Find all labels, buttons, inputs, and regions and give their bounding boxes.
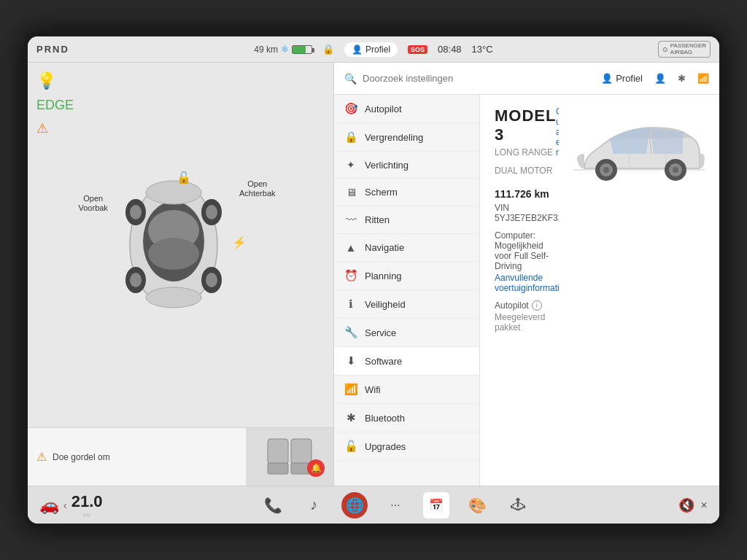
menu-item-bluetooth[interactable]: ✱ Bluetooth [334, 404, 479, 432]
profile-right-label[interactable]: 👤 Profiel [601, 73, 643, 84]
menu-item-scherm[interactable]: 🖥 Scherm [334, 179, 479, 206]
menu-item-veiligheid[interactable]: ℹ Veiligheid [334, 290, 479, 319]
airbag-icon: ⊙ [662, 46, 668, 53]
search-icon: 🔍 [344, 73, 357, 85]
battery-bar [292, 45, 312, 54]
temperature-display: 13°C [472, 44, 493, 55]
seatbelt-warning: ⚠ Doe gordel om [28, 428, 246, 486]
search-bar: 🔍 👤 Profiel 👤 ✱ 📶 [334, 63, 719, 95]
svg-point-13 [206, 273, 217, 287]
phone-icon[interactable]: 📞 [260, 492, 286, 518]
scherm-icon: 🖥 [344, 186, 357, 198]
menu-item-vergrendeling-label: Vergrendeling [365, 132, 469, 143]
content-row: 🎯 Autopilot 🔒 Vergrendeling ✦ Verlichtin… [334, 95, 719, 486]
car-svg-area: Open Voorbak Open Achterbak 🔓 ⚡ [71, 150, 290, 340]
vehicle-info-link[interactable]: Aanvullende voertuiginformatie [495, 273, 559, 293]
menu-item-verlichting[interactable]: ✦ Verlichting [334, 152, 479, 179]
menu-item-bluetooth-label: Bluetooth [365, 413, 469, 424]
software-icon: ⬇ [344, 354, 357, 368]
menu-item-veiligheid-label: Veiligheid [365, 299, 469, 310]
menu-item-autopilot-label: Autopilot [365, 104, 469, 114]
right-panel: 🔍 👤 Profiel 👤 ✱ 📶 [334, 63, 719, 486]
menu-item-upgrades[interactable]: 🔓 Upgrades [334, 432, 479, 461]
top-bar-left: PRND [36, 44, 124, 55]
menu-item-ritten-label: Ritten [365, 214, 469, 225]
menu-item-autopilot[interactable]: 🎯 Autopilot [334, 95, 479, 123]
planning-icon: ⏰ [344, 269, 357, 282]
autopilot-label: Autopilot [495, 300, 529, 311]
open-achterbak-label: Open Achterbak [239, 179, 276, 198]
bluetooth-icon: ✱ [344, 411, 357, 424]
menu-item-verlichting-label: Verlichting [365, 160, 469, 171]
seatbelt-alert-icon: 🔔 [307, 459, 325, 477]
menu-item-ritten[interactable]: 〰 Ritten [334, 206, 479, 234]
taskbar-left: 🚗 ‹ 21.0 ○○ [39, 492, 142, 518]
calendar-icon[interactable]: 📅 [423, 492, 449, 518]
autopilot-info-icon[interactable]: i [532, 300, 542, 311]
game-icon[interactable]: 🕹 [505, 492, 531, 518]
left-panel: 💡 EDGE ⚠ Open Voorbak Open Achterbak [28, 63, 334, 486]
ritten-icon: 〰 [344, 214, 357, 226]
hood-lock-icon: 🔓 [177, 171, 191, 184]
navigatie-icon: ▲ [344, 241, 357, 254]
prnd-display: PRND [36, 44, 69, 55]
menu-item-vergrendeling[interactable]: 🔒 Vergrendeling [334, 123, 479, 152]
menu-item-service-label: Service [365, 327, 469, 338]
taskbar-right: 🔇 ✕ [649, 497, 708, 513]
airbag-badge: ⊙ PASSENGERAIRBAG [658, 41, 711, 58]
autopilot-icon: 🎯 [344, 102, 357, 115]
car-details-panel: MODEL 3 LONG RANGE DUAL MOTOR Geef uw au… [480, 95, 719, 486]
vergrendeling-icon: 🔒 [344, 131, 357, 144]
car-variant1: LONG RANGE [495, 146, 556, 160]
computer-value: Mogelijkheid voor Full Self-Driving [495, 241, 549, 271]
menu-item-scherm-label: Scherm [365, 187, 469, 198]
veiligheid-icon: ℹ [344, 298, 357, 311]
bluetooth-status-icon: ✱ [678, 73, 686, 84]
profile-icon: 👤 [352, 44, 363, 55]
top-bar: PRND 49 km ❄ 🔒 👤 Profiel SOS 08:48 13°C [28, 36, 719, 63]
lock-status-icon: 🔒 [322, 44, 334, 55]
more-icon[interactable]: ··· [382, 492, 409, 518]
car-variant2: DUAL MOTOR [495, 164, 556, 178]
top-bar-center: 49 km ❄ 🔒 👤 Profiel SOS 08:48 13°C [124, 42, 623, 57]
autopilot-value: Meegeleverd pakket [495, 312, 559, 332]
profile-right-area: 👤 Profiel 👤 ✱ 📶 [601, 73, 709, 84]
menu-item-navigatie-label: Navigatie [365, 242, 469, 253]
media-icon[interactable]: 🌐 [341, 492, 368, 518]
profile-label: Profiel [365, 44, 390, 55]
menu-item-software[interactable]: ⬇ Software [334, 347, 479, 376]
profile-button[interactable]: 👤 Profiel [344, 42, 398, 57]
snowflake-icon: ❄ [281, 44, 289, 55]
bottom-warning-area: ⚠ Doe gordel om 🔔 [28, 427, 333, 486]
menu-item-service[interactable]: 🔧 Service [334, 319, 479, 347]
colorful-icon[interactable]: 🎨 [464, 492, 490, 518]
speed-display: 21.0 [71, 492, 103, 511]
airbag-label: PASSENGERAIRBAG [670, 43, 706, 56]
car-side-view-svg [566, 106, 705, 187]
menu-item-wifi-label: Wifi [365, 384, 469, 395]
taskbar-car-icon[interactable]: 🚗 [39, 496, 59, 515]
menu-item-wifi[interactable]: 📶 Wifi [334, 376, 479, 404]
car-model-name: MODEL 3 [495, 106, 556, 144]
settings-menu: 🎯 Autopilot 🔒 Vergrendeling ✦ Verlichtin… [334, 95, 480, 486]
svg-point-24 [603, 167, 609, 173]
svg-point-12 [130, 273, 142, 287]
music-icon[interactable]: ♪ [301, 492, 327, 518]
search-input[interactable] [363, 73, 595, 84]
screen: PRND 49 km ❄ 🔒 👤 Profiel SOS 08:48 13°C [28, 36, 719, 524]
volume-mute-icon[interactable]: 🔇 [678, 497, 694, 513]
wifi-icon: 📶 [344, 383, 357, 396]
person-icon: 👤 [654, 73, 666, 84]
charge-bolt-icon: ⚡ [232, 236, 247, 249]
km-value: 49 km [254, 44, 278, 55]
menu-item-navigatie[interactable]: ▲ Navigatie [334, 234, 479, 262]
svg-point-27 [673, 167, 678, 173]
menu-item-upgrades-label: Upgrades [365, 441, 469, 452]
menu-item-planning[interactable]: ⏰ Planning [334, 262, 479, 290]
svg-rect-16 [291, 439, 311, 464]
menu-item-software-label: Software [365, 356, 469, 367]
speed-block: 21.0 ○○ [71, 492, 103, 518]
computer-label: Computer: [495, 230, 535, 241]
mute-x-label: ✕ [700, 500, 708, 510]
car-name-link[interactable]: Geef uw auto een naam [556, 106, 559, 158]
